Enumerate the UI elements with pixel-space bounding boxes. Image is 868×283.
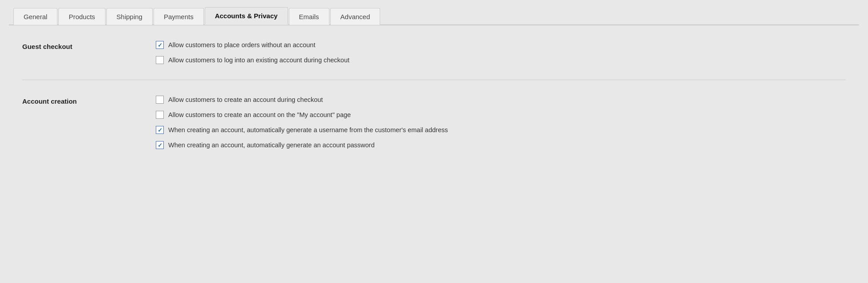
checkmark-icon: ✓	[158, 127, 162, 133]
checkbox-label-auto-generate-username: When creating an account, automatically …	[168, 126, 448, 133]
tabs-bar: GeneralProductsShippingPaymentsAccounts …	[9, 7, 859, 25]
section-divider	[22, 80, 846, 80]
checkbox-row-allow-create-on-my-account: Allow customers to create an account on …	[156, 111, 448, 119]
checkbox-row-auto-generate-username: ✓When creating an account, automatically…	[156, 126, 448, 134]
checkmark-icon: ✓	[158, 142, 162, 148]
checkbox-allow-orders-without-account[interactable]: ✓	[156, 41, 164, 49]
checkbox-allow-create-on-my-account[interactable]	[156, 111, 164, 119]
tab-shipping[interactable]: Shipping	[106, 8, 153, 25]
section-label-guest-checkout: Guest checkout	[22, 41, 156, 50]
checkbox-label-allow-create-on-my-account: Allow customers to create an account on …	[168, 111, 351, 118]
tab-emails[interactable]: Emails	[289, 8, 329, 25]
section-options-guest-checkout: ✓Allow customers to place orders without…	[156, 41, 349, 64]
checkmark-icon: ✓	[158, 42, 162, 48]
checkbox-allow-log-into-existing[interactable]	[156, 56, 164, 64]
tab-products[interactable]: Products	[58, 8, 105, 25]
page-wrapper: GeneralProductsShippingPaymentsAccounts …	[0, 0, 868, 283]
section-options-account-creation: Allow customers to create an account dur…	[156, 96, 448, 149]
tab-accounts-privacy[interactable]: Accounts & Privacy	[205, 7, 288, 25]
checkbox-row-allow-create-during-checkout: Allow customers to create an account dur…	[156, 96, 448, 104]
section-guest-checkout: Guest checkout✓Allow customers to place …	[22, 41, 846, 64]
section-account-creation: Account creationAllow customers to creat…	[22, 96, 846, 149]
content-area: Guest checkout✓Allow customers to place …	[9, 25, 859, 178]
checkbox-label-allow-create-during-checkout: Allow customers to create an account dur…	[168, 96, 323, 103]
checkbox-label-auto-generate-password: When creating an account, automatically …	[168, 142, 374, 149]
checkbox-row-allow-log-into-existing: Allow customers to log into an existing …	[156, 56, 349, 64]
section-label-account-creation: Account creation	[22, 96, 156, 105]
checkbox-row-allow-orders-without-account: ✓Allow customers to place orders without…	[156, 41, 349, 49]
checkbox-row-auto-generate-password: ✓When creating an account, automatically…	[156, 141, 448, 149]
checkbox-allow-create-during-checkout[interactable]	[156, 96, 164, 104]
checkbox-label-allow-orders-without-account: Allow customers to place orders without …	[168, 41, 315, 49]
checkbox-label-allow-log-into-existing: Allow customers to log into an existing …	[168, 57, 349, 64]
checkbox-auto-generate-username[interactable]: ✓	[156, 126, 164, 134]
tab-general[interactable]: General	[13, 8, 57, 25]
checkbox-auto-generate-password[interactable]: ✓	[156, 141, 164, 149]
tab-payments[interactable]: Payments	[154, 8, 204, 25]
tab-advanced[interactable]: Advanced	[330, 8, 381, 25]
